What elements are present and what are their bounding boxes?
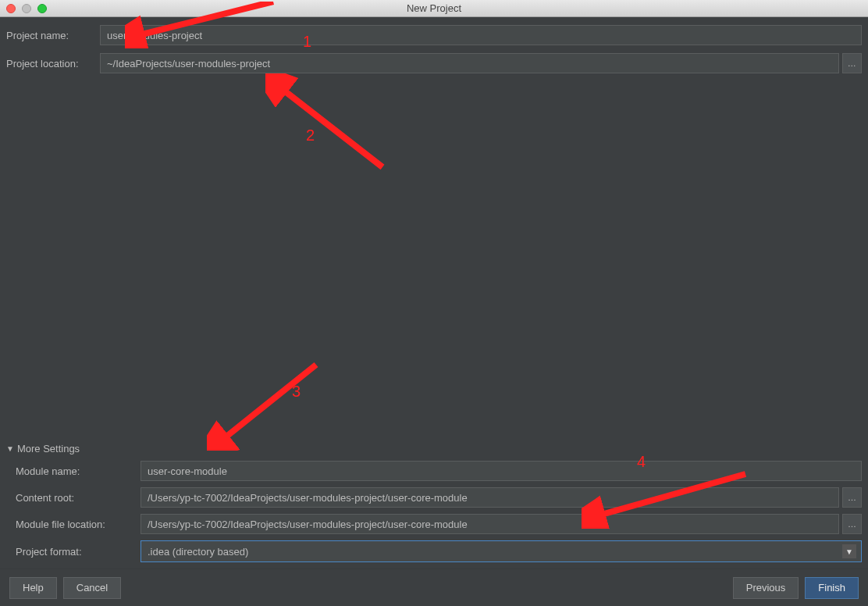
project-format-label: Project format: <box>16 546 141 558</box>
project-location-label: Project location: <box>6 58 100 70</box>
project-format-select[interactable]: .idea (directory based) ▼ <box>141 540 862 562</box>
project-location-input[interactable] <box>100 53 839 73</box>
disclosure-triangle-icon: ▼ <box>6 444 14 453</box>
previous-button[interactable]: Previous <box>733 577 799 599</box>
module-file-location-input[interactable] <box>141 514 839 534</box>
project-format-value: .idea (directory based) <box>148 546 248 558</box>
titlebar: New Project <box>0 0 868 17</box>
window-title: New Project <box>0 2 868 14</box>
content-root-input[interactable] <box>141 487 839 508</box>
module-file-location-browse-button[interactable]: … <box>842 514 862 534</box>
module-name-input[interactable] <box>141 461 862 481</box>
zoom-window-icon[interactable] <box>37 4 47 13</box>
finish-button[interactable]: Finish <box>805 577 859 599</box>
project-name-input[interactable] <box>100 25 862 45</box>
module-file-location-label: Module file location: <box>16 519 141 530</box>
cancel-button[interactable]: Cancel <box>63 577 121 599</box>
content-root-label: Content root: <box>16 492 141 504</box>
chevron-down-icon: ▼ <box>842 544 856 558</box>
help-button[interactable]: Help <box>9 577 57 599</box>
project-location-browse-button[interactable]: … <box>842 53 862 73</box>
module-name-label: Module name: <box>16 465 141 477</box>
minimize-window-icon <box>22 4 31 13</box>
close-window-icon[interactable] <box>6 4 16 13</box>
more-settings-toggle[interactable]: ▼ More Settings <box>6 443 862 454</box>
more-settings-label: More Settings <box>17 443 80 454</box>
dialog-footer: Help Cancel Previous Finish <box>0 569 868 606</box>
project-name-label: Project name: <box>6 30 100 41</box>
content-root-browse-button[interactable]: … <box>842 487 862 508</box>
